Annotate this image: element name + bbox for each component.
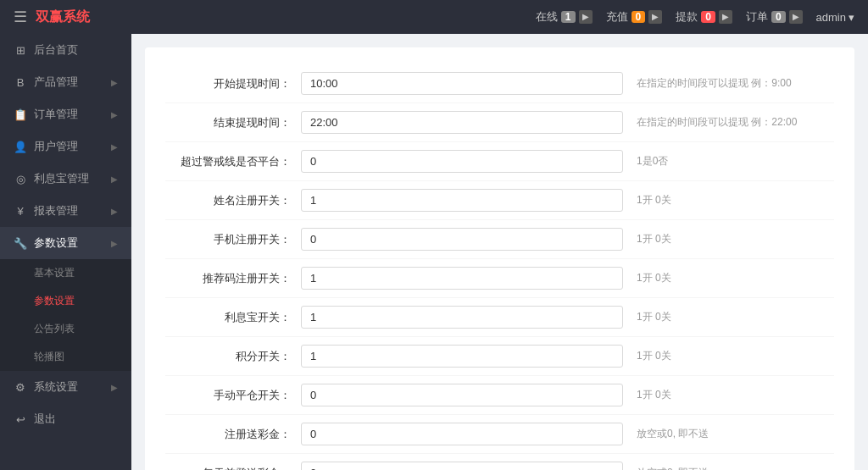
system-arrow-icon: ▶ <box>111 383 118 392</box>
form-row: 手动平仓开关： 1开 0关 <box>165 376 834 415</box>
main-content: 开始提现时间： 在指定的时间段可以提现 例：9:00 结束提现时间： 在指定的时… <box>131 34 868 470</box>
recharge-badge: 充值 0 ▶ <box>606 9 663 25</box>
system-icon: ⚙ <box>14 380 27 394</box>
form-input-2[interactable] <box>301 150 623 173</box>
reports-arrow-icon: ▶ <box>111 207 118 216</box>
products-icon: B <box>14 75 27 89</box>
sidebar-item-interest[interactable]: ◎ 利息宝管理 ▶ <box>0 163 131 195</box>
sidebar-label-system: 系统设置 <box>34 379 78 395</box>
form-input-9[interactable] <box>301 423 623 445</box>
form-label-6: 利息宝开关： <box>165 310 301 325</box>
form-label-9: 注册送彩金： <box>165 427 301 442</box>
orders-icon: 📋 <box>14 108 27 121</box>
input-field-0[interactable] <box>301 72 623 95</box>
input-field-10[interactable] <box>301 462 623 470</box>
form-input-7[interactable] <box>301 345 623 368</box>
form-row: 注册送彩金： 放空或0, 即不送 <box>165 415 834 454</box>
form-row: 利息宝开关： 1开 0关 <box>165 298 834 337</box>
sidebar-label-orders: 订单管理 <box>34 107 78 122</box>
input-field-1[interactable] <box>301 111 623 134</box>
sidebar-item-dashboard[interactable]: ⊞ 后台首页 <box>0 34 131 66</box>
reports-icon: ¥ <box>14 204 27 218</box>
form-hint-7: 1开 0关 <box>623 349 834 363</box>
input-field-7[interactable] <box>301 345 623 368</box>
form-row: 每天首登送彩金： 放空或0, 即不送 <box>165 454 834 470</box>
app-logo: 双赢系统 <box>36 8 90 26</box>
withdraw-label: 提款 <box>676 9 698 25</box>
input-field-3[interactable] <box>301 189 623 212</box>
form-row: 推荐码注册开关： 1开 0关 <box>165 259 834 298</box>
form-row: 超过警戒线是否平台： 1是0否 <box>165 142 834 181</box>
sidebar-label-products: 产品管理 <box>34 75 78 90</box>
form-input-4[interactable] <box>301 228 623 251</box>
admin-chevron-icon: ▾ <box>849 11 854 24</box>
sidebar-label-dashboard: 后台首页 <box>34 42 78 58</box>
form-row: 积分开关： 1开 0关 <box>165 337 834 376</box>
hamburger-icon[interactable]: ☰ <box>14 8 27 26</box>
input-field-6[interactable] <box>301 306 623 329</box>
form-input-8[interactable] <box>301 384 623 406</box>
form-row: 结束提现时间： 在指定的时间段可以提现 例：22:00 <box>165 103 834 142</box>
form-label-0: 开始提现时间： <box>165 76 301 91</box>
recharge-icon: ▶ <box>648 10 662 24</box>
form-hint-10: 放空或0, 即不送 <box>623 466 834 470</box>
sidebar-label-interest: 利息宝管理 <box>34 171 89 186</box>
sidebar-item-logout[interactable]: ↩ 退出 <box>0 403 131 435</box>
form-label-3: 姓名注册开关： <box>165 193 301 208</box>
input-field-2[interactable] <box>301 150 623 173</box>
recharge-label: 充值 <box>606 9 628 25</box>
input-field-9[interactable] <box>301 423 623 445</box>
form-input-10[interactable] <box>301 462 623 470</box>
form-label-7: 积分开关： <box>165 349 301 364</box>
dashboard-icon: ⊞ <box>14 43 27 57</box>
sidebar-item-basic[interactable]: 基本设置 <box>0 259 131 287</box>
form-row: 开始提现时间： 在指定的时间段可以提现 例：9:00 <box>165 64 834 103</box>
form-label-4: 手机注册开关： <box>165 232 301 247</box>
admin-label: admin <box>816 11 846 24</box>
form-hint-3: 1开 0关 <box>623 193 834 207</box>
form-input-0[interactable] <box>301 72 623 95</box>
online-badge: 在线 1 ▶ <box>536 9 593 25</box>
form-hint-1: 在指定的时间段可以提现 例：22:00 <box>623 115 834 130</box>
sidebar-item-announcements[interactable]: 公告列表 <box>0 315 131 343</box>
online-label: 在线 <box>536 9 558 25</box>
admin-menu[interactable]: admin ▾ <box>816 11 854 24</box>
sidebar-item-users[interactable]: 👤 用户管理 ▶ <box>0 130 131 163</box>
form-hint-2: 1是0否 <box>623 154 834 169</box>
sidebar-item-products[interactable]: B 产品管理 ▶ <box>0 66 131 98</box>
header-right: 在线 1 ▶ 充值 0 ▶ 提款 0 ▶ 订单 0 ▶ admin ▾ <box>536 9 854 25</box>
form-label-1: 结束提现时间： <box>165 115 301 130</box>
input-field-5[interactable] <box>301 267 623 290</box>
sidebar-label-logout: 退出 <box>34 412 56 427</box>
logout-icon: ↩ <box>14 412 27 426</box>
sidebar-item-carousel[interactable]: 轮播图 <box>0 343 131 371</box>
sidebar-label-users: 用户管理 <box>34 139 78 154</box>
form-hint-9: 放空或0, 即不送 <box>623 427 834 441</box>
header-left: ☰ 双赢系统 <box>14 8 90 26</box>
sidebar-item-orders[interactable]: 📋 订单管理 ▶ <box>0 98 131 130</box>
order-count: 0 <box>771 11 786 23</box>
params-arrow-icon: ▶ <box>111 239 118 248</box>
input-field-4[interactable] <box>301 228 623 251</box>
form-label-10: 每天首登送彩金： <box>165 466 301 471</box>
withdraw-icon: ▶ <box>719 10 732 24</box>
online-count: 1 <box>561 11 576 23</box>
form-input-1[interactable] <box>301 111 623 134</box>
form-label-2: 超过警戒线是否平台： <box>165 154 301 169</box>
interest-icon: ◎ <box>14 172 27 185</box>
sidebar-label-params: 参数设置 <box>34 235 78 251</box>
sidebar-item-params-set[interactable]: 参数设置 <box>0 287 131 315</box>
order-icon: ▶ <box>789 10 803 24</box>
sidebar-item-system[interactable]: ⚙ 系统设置 ▶ <box>0 371 131 403</box>
orders-arrow-icon: ▶ <box>111 110 118 119</box>
form-row: 姓名注册开关： 1开 0关 <box>165 181 834 220</box>
form-hint-5: 1开 0关 <box>623 271 834 285</box>
form-hint-6: 1开 0关 <box>623 310 834 324</box>
form-input-3[interactable] <box>301 189 623 212</box>
content-card: 开始提现时间： 在指定的时间段可以提现 例：9:00 结束提现时间： 在指定的时… <box>145 47 854 470</box>
form-input-5[interactable] <box>301 267 623 290</box>
sidebar-item-reports[interactable]: ¥ 报表管理 ▶ <box>0 195 131 227</box>
sidebar-item-params[interactable]: 🔧 参数设置 ▶ <box>0 227 131 259</box>
form-input-6[interactable] <box>301 306 623 329</box>
input-field-8[interactable] <box>301 384 623 406</box>
